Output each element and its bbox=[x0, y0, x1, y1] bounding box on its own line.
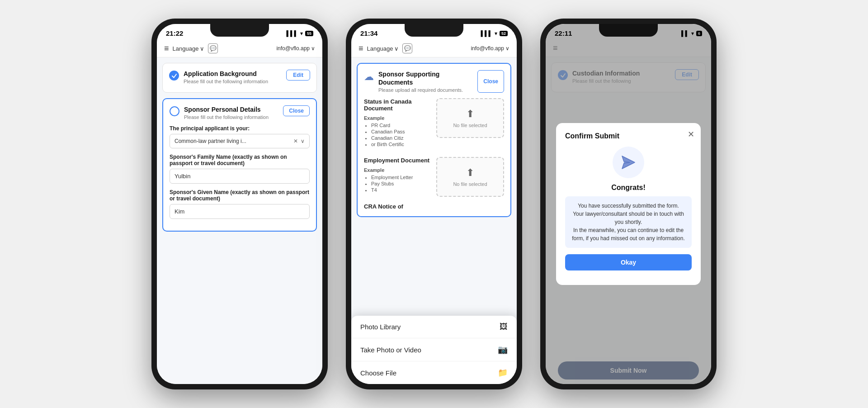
list-item: T4 bbox=[371, 187, 432, 193]
phone-notch-2 bbox=[405, 24, 463, 37]
status-time-2: 21:34 bbox=[360, 29, 377, 37]
section-text-sponsor: Sponsor Personal Details Please fill out… bbox=[184, 105, 269, 120]
upload-text-2: No file selected bbox=[453, 181, 487, 187]
sponsor-form: The principal applicant is your: Common-… bbox=[170, 125, 310, 219]
nav-left-2: ≡ Language ∨ 💬 bbox=[359, 43, 412, 53]
chevron-down-icon-1: ∨ bbox=[200, 45, 204, 52]
phone-1: 21:22 ▌▌▌ ▾ 55 ≡ Language ∨ 💬 info@vflo.… bbox=[151, 19, 328, 389]
action-label-photo-library: Photo Library bbox=[360, 323, 401, 331]
employment-title: Employment Document bbox=[364, 157, 432, 164]
section-header-sponsor: Sponsor Personal Details Please fill out… bbox=[170, 105, 310, 120]
employment-example-list: Employment Letter Pay Stubs T4 bbox=[364, 175, 432, 193]
chevron-down-icon-select: ∨ bbox=[301, 138, 305, 144]
cra-title: CRA Notice of bbox=[364, 203, 504, 210]
phone-3: 22:11 ▌▌ ▾ 6 ≡ bbox=[540, 19, 717, 389]
modal-close-btn[interactable]: ✕ bbox=[688, 129, 694, 139]
edit-btn-1[interactable]: Edit bbox=[286, 70, 310, 81]
given-name-input[interactable] bbox=[170, 204, 310, 219]
upload-text-1: No file selected bbox=[453, 123, 487, 128]
wifi-icon-2: ▾ bbox=[495, 30, 497, 37]
list-item: Pay Stubs bbox=[371, 181, 432, 186]
chat-icon-2[interactable]: 💬 bbox=[402, 43, 412, 53]
wifi-icon-1: ▾ bbox=[300, 30, 303, 37]
send-icon-circle bbox=[613, 147, 644, 178]
section-header-app-bg: Application Background Please fill out t… bbox=[169, 70, 310, 84]
chat-icon-1[interactable]: 💬 bbox=[208, 43, 218, 53]
photo-library-icon: 🖼 bbox=[500, 322, 508, 332]
congrats-title: Congrats! bbox=[565, 184, 692, 192]
congrats-text-box: You have successfully submitted the form… bbox=[565, 196, 692, 248]
signal-icon-1: ▌▌▌ bbox=[286, 30, 298, 37]
modal-title: Confirm Submit bbox=[565, 132, 692, 140]
family-name-label: Sponsor's Family Name (exactly as shown … bbox=[170, 154, 310, 166]
family-name-input[interactable] bbox=[170, 169, 310, 184]
select-icons-1: ✕ ∨ bbox=[293, 138, 305, 144]
docs-title-area: Sponsor Supporting Doucments Please uplo… bbox=[378, 70, 473, 93]
status-icons-2: ▌▌▌ ▾ 52 bbox=[481, 30, 508, 37]
screen-content-2[interactable]: ☁ Sponsor Supporting Doucments Please up… bbox=[351, 57, 517, 384]
phone-notch-1 bbox=[210, 24, 269, 37]
action-take-photo[interactable]: Take Photo or Video 📷 bbox=[351, 338, 517, 361]
status-example-list: PR Card Canadian Pass Canadian Citiz or … bbox=[364, 123, 432, 147]
list-item: or Birth Certific bbox=[371, 142, 432, 147]
employment-upload[interactable]: ⬆ No file selected bbox=[436, 157, 504, 197]
application-background-card: Application Background Please fill out t… bbox=[162, 63, 317, 93]
congrats-text: You have successfully submitted the form… bbox=[572, 203, 684, 242]
section-subtitle-app-bg: Please fill out the following informatio… bbox=[184, 79, 268, 84]
language-btn-2[interactable]: Language ∨ bbox=[367, 45, 399, 52]
okay-btn[interactable]: Okay bbox=[565, 254, 692, 270]
section-header-left-sponsor: Sponsor Personal Details Please fill out… bbox=[170, 105, 269, 120]
list-item: Canadian Citiz bbox=[371, 135, 432, 141]
sponsor-docs-card: ☁ Sponsor Supporting Doucments Please up… bbox=[357, 63, 511, 217]
list-item: Canadian Pass bbox=[371, 129, 432, 134]
sponsor-personal-card: Sponsor Personal Details Please fill out… bbox=[162, 98, 317, 232]
modal-icon-area bbox=[565, 147, 692, 178]
list-item: Employment Letter bbox=[371, 175, 432, 180]
status-example-label: Example bbox=[364, 115, 432, 121]
nav-left-1: ≡ Language ∨ 💬 bbox=[164, 43, 218, 53]
status-upload-area[interactable]: ⬆ No file selected bbox=[436, 98, 504, 138]
nav-bar-2: ≡ Language ∨ 💬 info@vflo.app ∨ bbox=[351, 40, 517, 57]
section-text-app-bg: Application Background Please fill out t… bbox=[184, 70, 268, 84]
action-choose-file[interactable]: Choose File 📁 bbox=[351, 361, 517, 384]
employment-left: Employment Document Example Employment L… bbox=[364, 157, 432, 197]
chevron-down-icon-email-1: ∨ bbox=[311, 45, 315, 52]
modal-overlay: Confirm Submit ✕ Congrats! You have succ… bbox=[546, 24, 711, 384]
section-header-left-app-bg: Application Background Please fill out t… bbox=[169, 70, 268, 84]
action-label-choose-file: Choose File bbox=[360, 369, 396, 377]
action-photo-library[interactable]: Photo Library 🖼 bbox=[351, 316, 517, 338]
given-name-group: Sponsor's Given Name (exactly as shown o… bbox=[170, 189, 310, 219]
status-time-1: 21:22 bbox=[166, 29, 183, 37]
close-btn-1[interactable]: Close bbox=[283, 105, 310, 116]
status-canada-left: Status in Canada Document Example PR Car… bbox=[364, 98, 432, 151]
employment-doc-row: Employment Document Example Employment L… bbox=[364, 157, 504, 197]
hamburger-icon-1[interactable]: ≡ bbox=[164, 44, 169, 53]
hamburger-icon-2[interactable]: ≡ bbox=[359, 44, 363, 53]
principal-applicant-label: The principal applicant is your: bbox=[170, 125, 310, 132]
confirm-submit-modal: Confirm Submit ✕ Congrats! You have succ… bbox=[556, 123, 701, 285]
email-btn-2[interactable]: info@vflo.app ∨ bbox=[471, 45, 509, 52]
check-circle-1 bbox=[169, 71, 179, 81]
screen-content-1[interactable]: Application Background Please fill out t… bbox=[157, 57, 322, 384]
battery-2: 52 bbox=[500, 31, 508, 36]
status-canada-upload[interactable]: ⬆ No file selected bbox=[436, 98, 504, 151]
phone-2: 21:34 ▌▌▌ ▾ 52 ≡ Language ∨ 💬 info@vflo.… bbox=[346, 19, 522, 389]
select-value-1: Common-law partner living i... bbox=[175, 138, 293, 144]
list-item: PR Card bbox=[371, 123, 432, 128]
docs-title: Sponsor Supporting Doucments bbox=[378, 70, 473, 86]
employment-example-label: Example bbox=[364, 167, 432, 173]
email-btn-1[interactable]: info@vflo.app ∨ bbox=[276, 45, 315, 52]
close-btn-2[interactable]: Close bbox=[477, 70, 504, 93]
empty-circle-1 bbox=[170, 106, 179, 116]
status-canada-row: Status in Canada Document Example PR Car… bbox=[364, 98, 504, 151]
action-sheet: Photo Library 🖼 Take Photo or Video 📷 Ch… bbox=[351, 316, 517, 384]
family-name-group: Sponsor's Family Name (exactly as shown … bbox=[170, 154, 310, 184]
clear-icon-1[interactable]: ✕ bbox=[293, 138, 298, 144]
status-icons-1: ▌▌▌ ▾ 55 bbox=[286, 30, 313, 37]
principal-applicant-select[interactable]: Common-law partner living i... ✕ ∨ bbox=[170, 134, 310, 148]
employment-upload-area[interactable]: ⬆ No file selected bbox=[436, 157, 504, 197]
action-label-take-photo: Take Photo or Video bbox=[360, 346, 421, 354]
battery-1: 55 bbox=[305, 31, 313, 36]
language-btn-1[interactable]: Language ∨ bbox=[173, 45, 205, 52]
upload-cloud-icon-2: ⬆ bbox=[466, 167, 474, 179]
